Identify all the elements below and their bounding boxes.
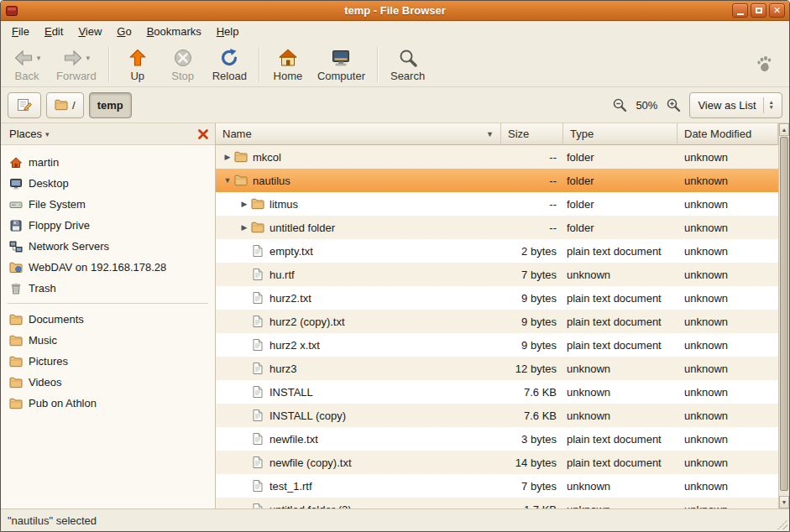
- place-item-pictures[interactable]: Pictures: [1, 351, 215, 372]
- file-size: 7.6 KB: [501, 386, 563, 399]
- file-size: 7 bytes: [501, 480, 563, 493]
- file-name: hurz2.txt: [269, 292, 311, 305]
- scrollbar-thumb[interactable]: [780, 137, 788, 491]
- place-label: Pictures: [29, 355, 68, 368]
- toolbar-separator: [108, 47, 110, 82]
- file-size: 3 bytes: [501, 433, 563, 446]
- place-item-martin[interactable]: martin: [1, 152, 215, 173]
- file-row-hurz2-x-txt[interactable]: hurz2 x.txt9 bytesplain text documentunk…: [216, 333, 778, 357]
- note-edit-icon: [16, 96, 33, 113]
- resize-grip[interactable]: [777, 519, 787, 529]
- file-row-install[interactable]: INSTALL7.6 KBunknownunknown: [216, 380, 778, 404]
- back-button[interactable]: ▾Back: [4, 44, 50, 85]
- drive-icon: [9, 198, 23, 211]
- expand-expander-icon[interactable]: ▶: [221, 153, 234, 161]
- file-row-hu-rtf[interactable]: hu.rtf7 bytesunknownunknown: [216, 263, 778, 286]
- up-icon: [128, 48, 148, 68]
- places-dropdown-caret-icon[interactable]: ▾: [45, 130, 50, 138]
- column-header-date-modified[interactable]: Date Modified: [678, 123, 778, 145]
- folder-icon: [55, 98, 68, 112]
- folder-icon: [234, 150, 248, 164]
- scroll-up-button[interactable]: ▲: [779, 123, 789, 136]
- menu-file[interactable]: File: [4, 21, 37, 43]
- file-size: 7.6 KB: [501, 409, 563, 422]
- place-item-file-system[interactable]: File System: [1, 194, 215, 215]
- file-row-untitled-folder-2-[interactable]: untitled folder (2)1.7 KBunknownunknown: [216, 498, 778, 509]
- place-item-desktop[interactable]: Desktop: [1, 173, 215, 194]
- file-row-newfile-txt[interactable]: newfile.txt3 bytesplain text documentunk…: [216, 427, 778, 451]
- place-label: Documents: [29, 313, 84, 326]
- file-row-hurz3[interactable]: hurz312 bytesunknownunknown: [216, 357, 778, 380]
- zoom-in-icon[interactable]: [666, 97, 681, 112]
- file-row-install-copy-[interactable]: INSTALL (copy)7.6 KBunknownunknown: [216, 404, 778, 427]
- titlebar[interactable]: temp - File Browser ✕: [1, 1, 789, 21]
- place-item-webdav-on-192-168-178-28[interactable]: WebDAV on 192.168.178.28: [1, 257, 215, 278]
- menu-edit[interactable]: Edit: [37, 21, 71, 43]
- minimize-button[interactable]: [732, 3, 748, 18]
- scroll-down-button[interactable]: ▼: [779, 496, 789, 509]
- file-row-test-1-rtf[interactable]: test_1.rtf7 bytesunknownunknown: [216, 474, 778, 498]
- file-row-newfile-copy-txt[interactable]: newfile (copy).txt14 bytesplain text doc…: [216, 451, 778, 474]
- column-header-name[interactable]: Name▼: [216, 123, 501, 145]
- zoom-out-icon[interactable]: [612, 97, 627, 112]
- place-item-trash[interactable]: Trash: [1, 278, 215, 299]
- file-type: unknown: [563, 409, 678, 422]
- file-row-hurz2-txt[interactable]: hurz2.txt9 bytesplain text documentunkno…: [216, 286, 778, 310]
- view-mode-selector[interactable]: View as List ▲▼: [689, 92, 782, 118]
- menu-help[interactable]: Help: [209, 21, 247, 43]
- desktop-icon: [9, 177, 23, 190]
- place-item-pub-on-athlon[interactable]: Pub on Athlon: [1, 393, 215, 414]
- place-item-videos[interactable]: Videos: [1, 372, 215, 393]
- places-close-icon[interactable]: [197, 128, 209, 140]
- place-item-network-servers[interactable]: Network Servers: [1, 236, 215, 257]
- column-header-type[interactable]: Type: [563, 123, 678, 145]
- column-header-size[interactable]: Size: [501, 123, 563, 145]
- file-size: --: [501, 175, 563, 187]
- file-list-area: Name▼SizeTypeDate Modified ▶mkcol--folde…: [216, 123, 789, 509]
- places-label[interactable]: Places: [9, 128, 42, 140]
- trash-icon: [9, 282, 23, 295]
- floppy-icon: [9, 219, 23, 232]
- place-item-music[interactable]: Music: [1, 330, 215, 351]
- file-row-empty-txt[interactable]: empty.txt2 bytesplain text documentunkno…: [216, 239, 778, 263]
- menu-bookmarks[interactable]: Bookmarks: [139, 21, 209, 43]
- close-icon: ✕: [773, 6, 781, 15]
- close-button[interactable]: ✕: [769, 3, 785, 18]
- back-button-label: Back: [15, 70, 39, 82]
- path-button-temp[interactable]: temp: [89, 92, 132, 118]
- home-button[interactable]: Home: [265, 44, 311, 85]
- stop-button[interactable]: Stop: [160, 44, 206, 85]
- search-button[interactable]: Search: [384, 44, 432, 85]
- forward-button[interactable]: ▾Forward: [50, 44, 103, 85]
- expand-expander-icon[interactable]: ▶: [238, 200, 251, 208]
- column-header-label: Size: [508, 128, 529, 140]
- location-edit-toggle-button[interactable]: [8, 92, 41, 118]
- computer-icon: [331, 48, 351, 68]
- forward-dropdown-arrow-icon[interactable]: ▾: [86, 54, 91, 62]
- up-button[interactable]: Up: [115, 44, 160, 85]
- expand-expander-icon[interactable]: ▶: [238, 223, 251, 232]
- file-type: plain text document: [563, 245, 678, 258]
- file-row-mkcol[interactable]: ▶mkcol--folderunknown: [216, 145, 778, 169]
- place-item-documents[interactable]: Documents: [1, 309, 215, 330]
- place-label: Trash: [29, 282, 56, 295]
- file-row-untitled-folder[interactable]: ▶untitled folder--folderunknown: [216, 216, 778, 239]
- location-bar: / temp 50% View as List ▲▼: [1, 87, 789, 123]
- collapse-expander-icon[interactable]: ▼: [221, 176, 234, 185]
- maximize-button[interactable]: [751, 3, 766, 18]
- file-row-nautilus[interactable]: ▼nautilus--folderunknown: [216, 169, 778, 192]
- place-label: Videos: [29, 376, 62, 389]
- computer-button[interactable]: Computer: [311, 44, 372, 85]
- place-item-floppy-drive[interactable]: Floppy Drive: [1, 215, 215, 236]
- status-text: "nautilus" selected: [8, 514, 97, 527]
- menu-view[interactable]: View: [71, 21, 109, 43]
- menu-go[interactable]: Go: [109, 21, 139, 43]
- vertical-scrollbar[interactable]: ▲ ▼: [778, 123, 789, 509]
- text-file-icon: [251, 503, 264, 509]
- file-row-hurz2-copy-txt[interactable]: hurz2 (copy).txt9 bytesplain text docume…: [216, 310, 778, 333]
- file-row-litmus[interactable]: ▶litmus--folderunknown: [216, 192, 778, 216]
- back-dropdown-arrow-icon[interactable]: ▾: [37, 54, 41, 62]
- reload-button[interactable]: Reload: [206, 44, 254, 85]
- root-path-button[interactable]: /: [46, 92, 84, 118]
- place-label: File System: [29, 198, 86, 211]
